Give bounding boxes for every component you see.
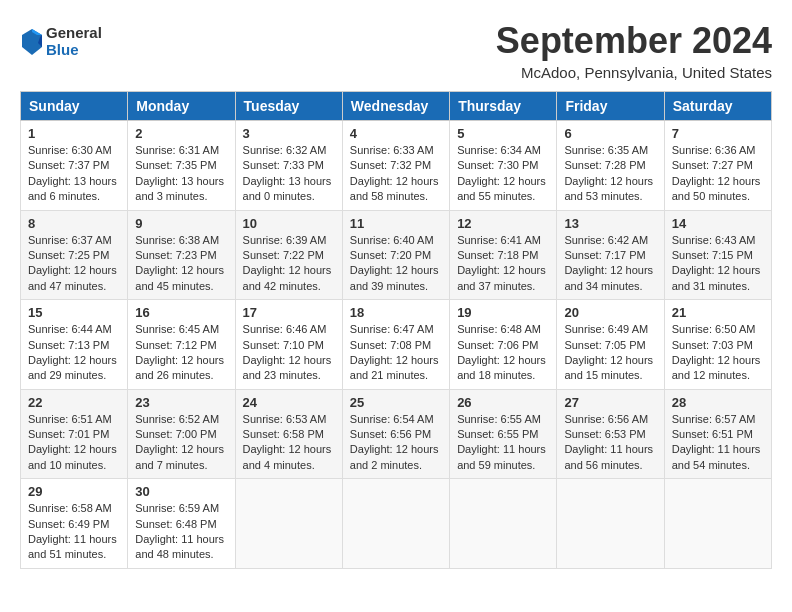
day-cell	[235, 479, 342, 569]
day-cell	[450, 479, 557, 569]
day-cell: 5Sunrise: 6:34 AMSunset: 7:30 PMDaylight…	[450, 121, 557, 211]
day-number: 5	[457, 126, 549, 141]
day-info-line: and 6 minutes.	[28, 189, 120, 204]
day-cell: 29Sunrise: 6:58 AMSunset: 6:49 PMDayligh…	[21, 479, 128, 569]
day-cell: 9Sunrise: 6:38 AMSunset: 7:23 PMDaylight…	[128, 210, 235, 300]
day-info-line: Sunrise: 6:53 AM	[243, 412, 335, 427]
day-info-line: and 37 minutes.	[457, 279, 549, 294]
day-info-line: Sunrise: 6:32 AM	[243, 143, 335, 158]
day-info-line: Daylight: 12 hours	[135, 263, 227, 278]
day-cell: 2Sunrise: 6:31 AMSunset: 7:35 PMDaylight…	[128, 121, 235, 211]
day-number: 18	[350, 305, 442, 320]
day-info-line: Sunset: 7:37 PM	[28, 158, 120, 173]
day-info-line: Sunrise: 6:39 AM	[243, 233, 335, 248]
day-cell	[342, 479, 449, 569]
day-number: 21	[672, 305, 764, 320]
day-cell: 26Sunrise: 6:55 AMSunset: 6:55 PMDayligh…	[450, 389, 557, 479]
day-info-line: and 4 minutes.	[243, 458, 335, 473]
day-info-line: and 58 minutes.	[350, 189, 442, 204]
day-info-line: Daylight: 13 hours	[243, 174, 335, 189]
day-info-line: Sunrise: 6:45 AM	[135, 322, 227, 337]
day-cell: 11Sunrise: 6:40 AMSunset: 7:20 PMDayligh…	[342, 210, 449, 300]
day-info-line: Daylight: 12 hours	[672, 174, 764, 189]
day-cell: 15Sunrise: 6:44 AMSunset: 7:13 PMDayligh…	[21, 300, 128, 390]
day-info-line: Sunset: 7:05 PM	[564, 338, 656, 353]
day-info-line: Sunrise: 6:54 AM	[350, 412, 442, 427]
day-info-line: Daylight: 12 hours	[350, 263, 442, 278]
day-info-line: and 3 minutes.	[135, 189, 227, 204]
day-number: 11	[350, 216, 442, 231]
day-info-line: and 18 minutes.	[457, 368, 549, 383]
title-section: September 2024 McAdoo, Pennsylvania, Uni…	[496, 20, 772, 81]
day-info-line: Sunset: 6:55 PM	[457, 427, 549, 442]
day-info-line: Sunrise: 6:55 AM	[457, 412, 549, 427]
day-cell	[557, 479, 664, 569]
day-info-line: Sunset: 7:25 PM	[28, 248, 120, 263]
day-info-line: Sunset: 7:32 PM	[350, 158, 442, 173]
day-number: 3	[243, 126, 335, 141]
day-info-line: Daylight: 11 hours	[28, 532, 120, 547]
day-info-line: Sunrise: 6:31 AM	[135, 143, 227, 158]
day-info-line: Sunrise: 6:51 AM	[28, 412, 120, 427]
day-info-line: Sunrise: 6:44 AM	[28, 322, 120, 337]
header-monday: Monday	[128, 92, 235, 121]
day-info-line: Sunrise: 6:37 AM	[28, 233, 120, 248]
header-tuesday: Tuesday	[235, 92, 342, 121]
day-info-line: and 55 minutes.	[457, 189, 549, 204]
day-info-line: Sunrise: 6:41 AM	[457, 233, 549, 248]
day-info-line: Daylight: 12 hours	[243, 353, 335, 368]
day-info-line: Sunrise: 6:47 AM	[350, 322, 442, 337]
day-cell: 17Sunrise: 6:46 AMSunset: 7:10 PMDayligh…	[235, 300, 342, 390]
week-row-1: 1Sunrise: 6:30 AMSunset: 7:37 PMDaylight…	[21, 121, 772, 211]
day-info-line: Sunset: 7:06 PM	[457, 338, 549, 353]
day-info-line: Sunset: 6:51 PM	[672, 427, 764, 442]
day-info-line: Sunset: 6:58 PM	[243, 427, 335, 442]
day-info-line: Daylight: 11 hours	[672, 442, 764, 457]
day-cell: 23Sunrise: 6:52 AMSunset: 7:00 PMDayligh…	[128, 389, 235, 479]
day-info-line: Sunrise: 6:50 AM	[672, 322, 764, 337]
day-info-line: Daylight: 12 hours	[457, 263, 549, 278]
day-cell: 12Sunrise: 6:41 AMSunset: 7:18 PMDayligh…	[450, 210, 557, 300]
day-info-line: and 0 minutes.	[243, 189, 335, 204]
day-number: 19	[457, 305, 549, 320]
day-number: 9	[135, 216, 227, 231]
day-number: 1	[28, 126, 120, 141]
day-info-line: and 56 minutes.	[564, 458, 656, 473]
day-info-line: Daylight: 13 hours	[135, 174, 227, 189]
day-info-line: Sunrise: 6:35 AM	[564, 143, 656, 158]
day-info-line: and 7 minutes.	[135, 458, 227, 473]
day-cell: 6Sunrise: 6:35 AMSunset: 7:28 PMDaylight…	[557, 121, 664, 211]
day-cell: 13Sunrise: 6:42 AMSunset: 7:17 PMDayligh…	[557, 210, 664, 300]
day-info-line: and 2 minutes.	[350, 458, 442, 473]
day-info-line: Sunset: 7:30 PM	[457, 158, 549, 173]
day-info-line: and 59 minutes.	[457, 458, 549, 473]
day-info-line: Sunrise: 6:38 AM	[135, 233, 227, 248]
day-info-line: and 51 minutes.	[28, 547, 120, 562]
day-info-line: and 21 minutes.	[350, 368, 442, 383]
day-number: 17	[243, 305, 335, 320]
day-cell: 20Sunrise: 6:49 AMSunset: 7:05 PMDayligh…	[557, 300, 664, 390]
header-wednesday: Wednesday	[342, 92, 449, 121]
day-cell: 24Sunrise: 6:53 AMSunset: 6:58 PMDayligh…	[235, 389, 342, 479]
day-info-line: Sunset: 7:13 PM	[28, 338, 120, 353]
day-number: 10	[243, 216, 335, 231]
day-number: 28	[672, 395, 764, 410]
day-info-line: and 50 minutes.	[672, 189, 764, 204]
day-cell: 4Sunrise: 6:33 AMSunset: 7:32 PMDaylight…	[342, 121, 449, 211]
day-info-line: Daylight: 12 hours	[243, 442, 335, 457]
day-cell: 10Sunrise: 6:39 AMSunset: 7:22 PMDayligh…	[235, 210, 342, 300]
week-row-2: 8Sunrise: 6:37 AMSunset: 7:25 PMDaylight…	[21, 210, 772, 300]
header-friday: Friday	[557, 92, 664, 121]
day-number: 12	[457, 216, 549, 231]
day-info-line: Sunrise: 6:33 AM	[350, 143, 442, 158]
day-info-line: Daylight: 12 hours	[28, 442, 120, 457]
day-info-line: Sunrise: 6:42 AM	[564, 233, 656, 248]
week-row-5: 29Sunrise: 6:58 AMSunset: 6:49 PMDayligh…	[21, 479, 772, 569]
logo-text: General Blue	[46, 25, 102, 58]
day-number: 8	[28, 216, 120, 231]
day-cell: 21Sunrise: 6:50 AMSunset: 7:03 PMDayligh…	[664, 300, 771, 390]
day-info-line: Daylight: 12 hours	[564, 353, 656, 368]
day-info-line: Sunset: 7:23 PM	[135, 248, 227, 263]
day-cell: 28Sunrise: 6:57 AMSunset: 6:51 PMDayligh…	[664, 389, 771, 479]
day-info-line: and 48 minutes.	[135, 547, 227, 562]
